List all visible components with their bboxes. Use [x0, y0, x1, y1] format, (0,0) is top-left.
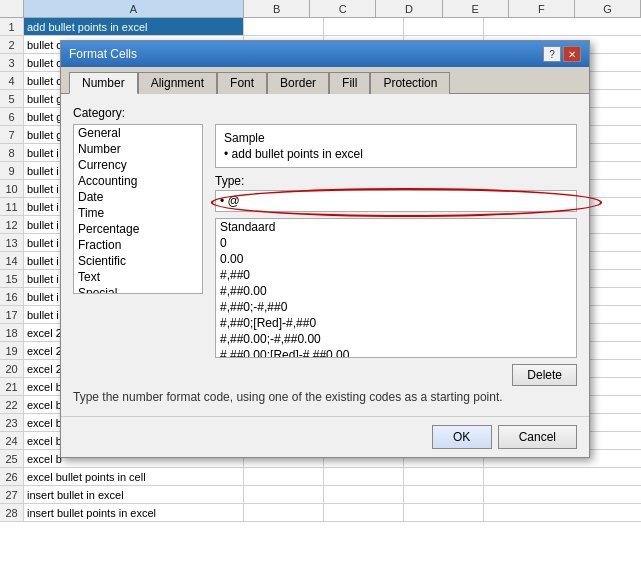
col-b-header: B — [244, 0, 310, 17]
cell-c[interactable] — [324, 468, 404, 485]
table-row[interactable]: 27 insert bullet in excel — [0, 486, 641, 504]
type-input[interactable] — [215, 190, 577, 212]
tab-font[interactable]: Font — [217, 72, 267, 94]
dialog-controls: ? ✕ — [543, 46, 581, 62]
cell-a[interactable]: insert bullet in excel — [24, 486, 244, 503]
category-item[interactable]: Accounting — [74, 173, 202, 189]
row-number: 17 — [0, 306, 24, 323]
row-number: 8 — [0, 144, 24, 161]
format-item[interactable]: #,##0.00 — [216, 283, 576, 299]
cell-b[interactable] — [244, 18, 324, 35]
tab-alignment[interactable]: Alignment — [138, 72, 217, 94]
format-item[interactable]: #,##0 — [216, 267, 576, 283]
column-headers: A B C D E F G — [0, 0, 641, 18]
cell-c[interactable] — [324, 504, 404, 521]
cell-d[interactable] — [404, 468, 484, 485]
cancel-button[interactable]: Cancel — [498, 425, 577, 449]
row-number: 4 — [0, 72, 24, 89]
dialog-title: Format Cells — [69, 47, 137, 61]
row-number: 25 — [0, 450, 24, 467]
tab-fill[interactable]: Fill — [329, 72, 370, 94]
col-e-header: E — [443, 0, 509, 17]
sample-section: Sample • add bullet points in excel — [215, 124, 577, 168]
format-list[interactable]: Standaard00.00#,##0#,##0.00#,##0;-#,##0#… — [215, 218, 577, 358]
format-item[interactable]: Standaard — [216, 219, 576, 235]
row-number: 5 — [0, 90, 24, 107]
row-number: 28 — [0, 504, 24, 521]
row-number: 24 — [0, 432, 24, 449]
category-item[interactable]: Number — [74, 141, 202, 157]
col-d-header: D — [376, 0, 442, 17]
cell-d[interactable] — [404, 18, 484, 35]
cell-a[interactable]: insert bullet points in excel — [24, 504, 244, 521]
format-item[interactable]: #,##0.00;-#,##0.00 — [216, 331, 576, 347]
row-number: 20 — [0, 360, 24, 377]
row-number: 3 — [0, 54, 24, 71]
help-button[interactable]: ? — [543, 46, 561, 62]
table-row[interactable]: 1 add bullet points in excel — [0, 18, 641, 36]
row-number: 21 — [0, 378, 24, 395]
sample-value: • add bullet points in excel — [224, 147, 568, 161]
row-number: 27 — [0, 486, 24, 503]
col-f-header: F — [509, 0, 575, 17]
category-label: Category: — [73, 106, 577, 120]
format-cells-dialog: Format Cells ? ✕ NumberAlignmentFontBord… — [60, 40, 590, 458]
category-list-container: GeneralNumberCurrencyAccountingDateTimeP… — [73, 124, 203, 386]
description-text: Type the number format code, using one o… — [73, 390, 577, 404]
close-button[interactable]: ✕ — [563, 46, 581, 62]
category-item[interactable]: Text — [74, 269, 202, 285]
cell-c[interactable] — [324, 486, 404, 503]
row-number: 16 — [0, 288, 24, 305]
category-item[interactable]: Time — [74, 205, 202, 221]
format-item[interactable]: 0 — [216, 235, 576, 251]
cell-b[interactable] — [244, 468, 324, 485]
row-number: 2 — [0, 36, 24, 53]
ok-button[interactable]: OK — [432, 425, 492, 449]
format-item[interactable]: 0.00 — [216, 251, 576, 267]
category-item[interactable]: Date — [74, 189, 202, 205]
category-item[interactable]: Fraction — [74, 237, 202, 253]
cell-b[interactable] — [244, 504, 324, 521]
cell-c[interactable] — [324, 18, 404, 35]
cell-d[interactable] — [404, 504, 484, 521]
row-number: 14 — [0, 252, 24, 269]
delete-button[interactable]: Delete — [512, 364, 577, 386]
tab-border[interactable]: Border — [267, 72, 329, 94]
category-item[interactable]: Special — [74, 285, 202, 294]
row-number: 19 — [0, 342, 24, 359]
row-number: 11 — [0, 198, 24, 215]
table-row[interactable]: 28 insert bullet points in excel — [0, 504, 641, 522]
col-g-header: G — [575, 0, 641, 17]
cell-d[interactable] — [404, 486, 484, 503]
dialog-content: Category: GeneralNumberCurrencyAccountin… — [61, 94, 589, 416]
table-row[interactable]: 26 excel bullet points in cell — [0, 468, 641, 486]
type-input-wrapper — [215, 190, 577, 212]
format-item[interactable]: #,##0;-#,##0 — [216, 299, 576, 315]
cell-b[interactable] — [244, 486, 324, 503]
row-number: 1 — [0, 18, 24, 35]
col-c-header: C — [310, 0, 376, 17]
row-number: 12 — [0, 216, 24, 233]
row-number: 10 — [0, 180, 24, 197]
cell-a[interactable]: add bullet points in excel — [24, 18, 244, 35]
right-panel: Sample • add bullet points in excel Type… — [215, 124, 577, 386]
format-item[interactable]: #,##0;[Red]-#,##0 — [216, 315, 576, 331]
category-list[interactable]: GeneralNumberCurrencyAccountingDateTimeP… — [73, 124, 203, 294]
category-item[interactable]: Scientific — [74, 253, 202, 269]
row-number: 9 — [0, 162, 24, 179]
row-num-header — [0, 0, 24, 17]
category-item[interactable]: Percentage — [74, 221, 202, 237]
row-number: 6 — [0, 108, 24, 125]
tab-protection[interactable]: Protection — [370, 72, 450, 94]
format-item[interactable]: #,##0.00;[Red]-#,##0.00 — [216, 347, 576, 358]
category-item[interactable]: General — [74, 125, 202, 141]
type-label: Type: — [215, 174, 577, 188]
cell-a[interactable]: excel bullet points in cell — [24, 468, 244, 485]
type-section: Type: — [215, 174, 577, 212]
row-number: 22 — [0, 396, 24, 413]
col-a-header: A — [24, 0, 244, 17]
category-item[interactable]: Currency — [74, 157, 202, 173]
row-number: 7 — [0, 126, 24, 143]
tab-number[interactable]: Number — [69, 72, 138, 94]
dialog-titlebar: Format Cells ? ✕ — [61, 41, 589, 67]
